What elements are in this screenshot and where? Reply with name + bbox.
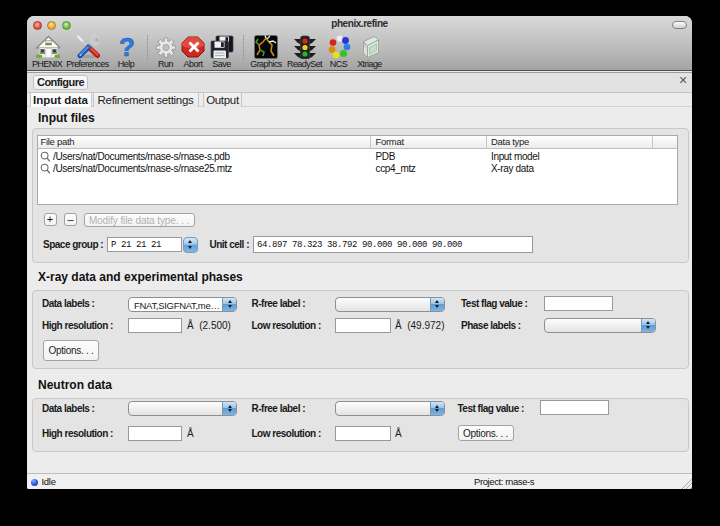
- svg-text:?: ?: [119, 35, 135, 59]
